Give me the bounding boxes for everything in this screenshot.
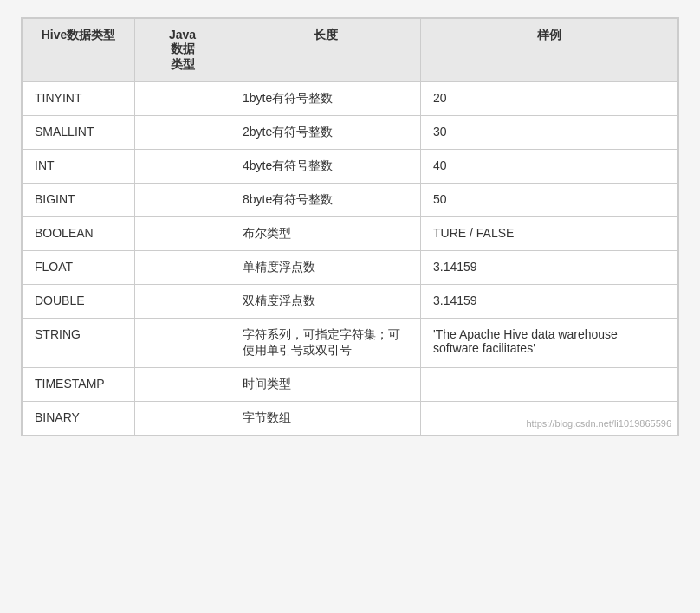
cell-example-3: 50 — [421, 184, 678, 217]
cell-hive_type-7: STRING — [23, 319, 135, 368]
cell-length-6: 双精度浮点数 — [230, 285, 421, 319]
table-row: FLOAT单精度浮点数3.14159 — [23, 251, 678, 285]
cell-hive_type-3: BIGINT — [23, 184, 135, 217]
cell-example-0: 20 — [421, 82, 678, 116]
cell-java_type-6 — [135, 285, 230, 319]
cell-length-0: 1byte有符号整数 — [230, 82, 421, 116]
cell-example-1: 30 — [421, 116, 678, 150]
cell-hive_type-9: BINARY — [23, 402, 135, 436]
cell-hive_type-0: TINYINT — [23, 82, 135, 116]
cell-length-4: 布尔类型 — [230, 217, 421, 251]
cell-length-3: 8byte有符号整数 — [230, 184, 421, 217]
header-hive-type: Hive数据类型 — [23, 19, 135, 82]
cell-java_type-7 — [135, 319, 230, 368]
cell-hive_type-1: SMALLINT — [23, 116, 135, 150]
cell-hive_type-4: BOOLEAN — [23, 217, 135, 251]
header-length: 长度 — [230, 19, 421, 82]
table-row: TIMESTAMP时间类型 — [23, 368, 678, 402]
cell-java_type-3 — [135, 184, 230, 217]
cell-java_type-9 — [135, 402, 230, 436]
header-example: 样例 — [421, 19, 678, 82]
hive-data-types-table: Hive数据类型 Java数据类型 长度 样例 TINYINT1byte有符号整… — [22, 18, 678, 436]
table-header-row: Hive数据类型 Java数据类型 长度 样例 — [23, 19, 678, 82]
cell-java_type-8 — [135, 368, 230, 402]
cell-length-8: 时间类型 — [230, 368, 421, 402]
cell-example-8 — [421, 368, 678, 402]
cell-length-2: 4byte有符号整数 — [230, 150, 421, 184]
table-row: STRING字符系列，可指定字符集；可使用单引号或双引号'The Apache … — [23, 319, 678, 368]
cell-hive_type-5: FLOAT — [23, 251, 135, 285]
cell-example-7: 'The Apache Hive data warehouse software… — [421, 319, 678, 368]
cell-java_type-2 — [135, 150, 230, 184]
cell-length-7: 字符系列，可指定字符集；可使用单引号或双引号 — [230, 319, 421, 368]
cell-java_type-1 — [135, 116, 230, 150]
cell-length-5: 单精度浮点数 — [230, 251, 421, 285]
cell-hive_type-2: INT — [23, 150, 135, 184]
cell-example-2: 40 — [421, 150, 678, 184]
table-row: BOOLEAN布尔类型TURE / FALSE — [23, 217, 678, 251]
table-row: DOUBLE双精度浮点数3.14159 — [23, 285, 678, 319]
cell-hive_type-8: TIMESTAMP — [23, 368, 135, 402]
table-row: BIGINT8byte有符号整数50 — [23, 184, 678, 217]
watermark-text: https://blog.csdn.net/li1019865596 — [526, 418, 671, 429]
data-table-container: Hive数据类型 Java数据类型 长度 样例 TINYINT1byte有符号整… — [21, 17, 679, 436]
cell-length-1: 2byte有符号整数 — [230, 116, 421, 150]
table-row: INT4byte有符号整数40 — [23, 150, 678, 184]
cell-java_type-4 — [135, 217, 230, 251]
cell-example-6: 3.14159 — [421, 285, 678, 319]
cell-java_type-0 — [135, 82, 230, 116]
table-row: SMALLINT2byte有符号整数30 — [23, 116, 678, 150]
cell-java_type-5 — [135, 251, 230, 285]
header-java-type: Java数据类型 — [135, 19, 230, 82]
cell-example-5: 3.14159 — [421, 251, 678, 285]
cell-hive_type-6: DOUBLE — [23, 285, 135, 319]
cell-example-4: TURE / FALSE — [421, 217, 678, 251]
cell-length-9: 字节数组 — [230, 402, 421, 436]
table-row: TINYINT1byte有符号整数20 — [23, 82, 678, 116]
